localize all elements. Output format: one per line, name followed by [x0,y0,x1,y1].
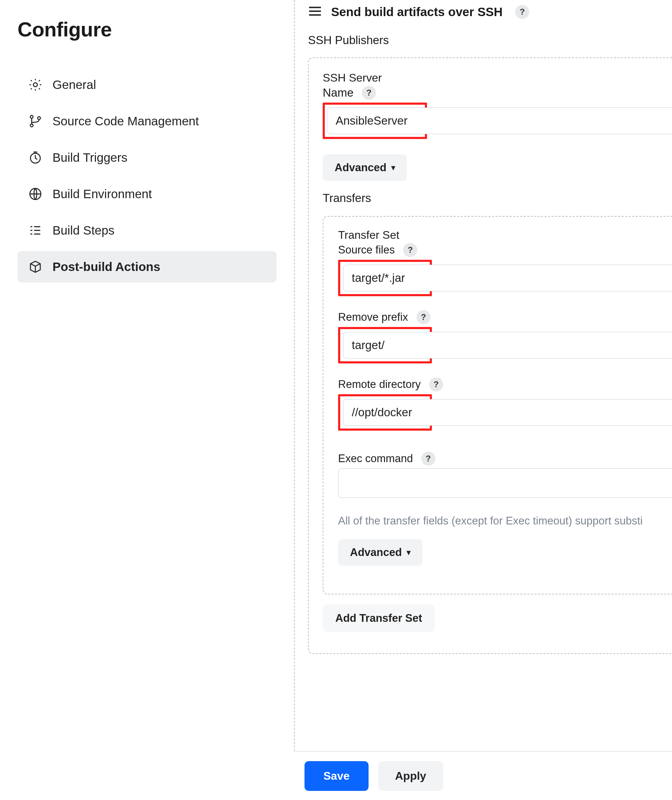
highlight-source-files [338,260,432,296]
exec-command-label: Exec command [338,452,413,465]
box-icon [28,260,43,274]
remote-directory-input[interactable] [343,399,672,426]
ssh-server-name-input[interactable] [327,107,672,134]
help-icon[interactable]: ? [515,5,529,19]
transfer-set-group-label: Transfer Set [338,229,672,242]
svg-point-2 [30,124,33,127]
exec-command-input[interactable] [338,468,672,498]
sidebar-item-postbuild[interactable]: Post-build Actions [18,251,277,282]
sidebar-item-env[interactable]: Build Environment [18,178,277,210]
source-files-label: Source files [338,244,395,256]
advanced-label: Advanced [350,546,402,559]
branch-icon [28,114,43,128]
sidebar-item-label: Source Code Management [53,114,199,128]
sidebar-item-label: Post-build Actions [53,260,160,274]
svg-point-0 [33,83,37,87]
name-label: Name [323,86,354,99]
transfers-label: Transfers [323,191,672,205]
help-icon[interactable]: ? [421,452,435,466]
ssh-publishers-label: SSH Publishers [308,34,672,47]
globe-icon [28,187,43,201]
sidebar-item-label: Build Steps [53,223,114,237]
section-header: Send build artifacts over SSH ? [304,0,672,21]
highlight-remote-dir [338,394,432,431]
remote-directory-label: Remote directory [338,378,421,391]
sidebar-item-steps[interactable]: Build Steps [18,215,277,246]
page-title: Configure [18,18,277,41]
sidebar-item-general[interactable]: General [18,69,277,101]
sidebar: Configure General Source Code Management… [0,0,287,287]
vertical-divider [294,0,295,751]
ssh-publisher-box: SSH Server Name ? Advanced ▾ Transfers [308,58,672,654]
sidebar-item-triggers[interactable]: Build Triggers [18,142,277,173]
chevron-down-icon: ▾ [407,548,411,557]
sidebar-item-label: General [53,78,96,92]
sidebar-item-label: Build Environment [53,187,152,201]
steps-icon [28,223,43,238]
section-title: Send build artifacts over SSH [331,5,502,19]
add-transfer-set-button[interactable]: Add Transfer Set [323,604,435,632]
sidebar-item-label: Build Triggers [53,151,127,165]
help-icon[interactable]: ? [416,310,430,324]
remove-prefix-label: Remove prefix [338,311,408,324]
sidebar-item-scm[interactable]: Source Code Management [18,105,277,137]
ssh-server-group-label: SSH Server [323,71,672,84]
svg-point-1 [30,115,33,118]
transfer-hint: All of the transfer fields (except for E… [338,515,672,527]
source-files-input[interactable] [343,265,672,291]
apply-button[interactable]: Apply [378,761,443,791]
save-button[interactable]: Save [304,761,368,791]
advanced-label: Advanced [334,161,386,174]
transfer-set-box: Transfer Set Source files ? Remove prefi… [323,216,672,595]
drag-handle-icon[interactable] [308,5,322,19]
gear-icon [28,77,43,92]
transfer-advanced-button[interactable]: Advanced ▾ [338,539,422,566]
highlight-name [323,103,427,139]
remove-prefix-input[interactable] [343,332,672,359]
chevron-down-icon: ▾ [391,163,395,172]
main-panel: Send build artifacts over SSH ? SSH Publ… [304,0,672,654]
svg-point-3 [37,117,40,119]
help-icon[interactable]: ? [429,377,443,391]
clock-icon [28,150,43,165]
highlight-remove-prefix [338,327,432,364]
help-icon[interactable]: ? [362,86,376,100]
help-icon[interactable]: ? [403,243,417,257]
ssh-server-advanced-button[interactable]: Advanced ▾ [323,154,407,181]
footer-bar: Save Apply [294,751,672,800]
